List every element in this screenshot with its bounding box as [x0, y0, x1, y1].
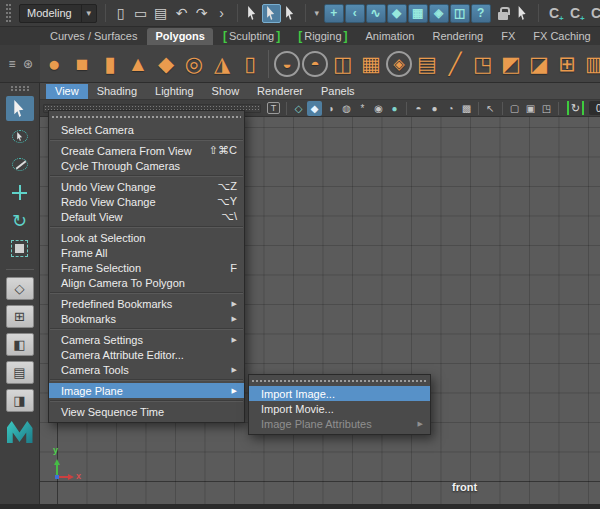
lock-icon[interactable] — [493, 3, 513, 23]
show-manipulators-icon[interactable]: T — [267, 102, 280, 114]
menu-item-bookmarks[interactable]: Bookmarks▶ — [49, 311, 244, 326]
toolkit-frame-icon[interactable]: ▦ — [408, 4, 428, 23]
poly-cube-icon[interactable]: ■ — [68, 47, 96, 81]
select-by-component-icon[interactable] — [281, 4, 300, 23]
shelf-menu-icon[interactable]: ≡ — [4, 57, 20, 71]
camera-rotate-field[interactable]: 0.00 — [589, 101, 600, 115]
ambient-occlusion-icon[interactable]: ● — [387, 101, 402, 116]
poly-plane-icon[interactable]: ◆ — [152, 47, 180, 81]
menu-item-frame-selection[interactable]: Frame SelectionF — [49, 260, 244, 275]
scale-icon[interactable] — [6, 236, 34, 261]
select-by-object-icon[interactable] — [262, 4, 281, 23]
select-icon[interactable] — [6, 96, 34, 121]
statusbar-grip[interactable] — [6, 4, 11, 22]
x-ray-icon[interactable]: ● — [427, 101, 442, 116]
flat-shade-display-icon[interactable]: ◑ — [323, 101, 338, 116]
poly-pyramid-icon[interactable]: ◮ — [208, 47, 236, 81]
lasso-select-icon[interactable] — [6, 124, 34, 149]
shelf-tab-curves-surfaces[interactable]: Curves / Surfaces — [42, 28, 145, 45]
menu-item-frame-all[interactable]: Frame All — [49, 245, 244, 260]
menu-item-default-view[interactable]: Default View⌥\ — [49, 209, 244, 224]
poly-sphere-icon[interactable]: ● — [40, 47, 68, 81]
snap-to-grids-icon[interactable]: C — [544, 3, 565, 23]
toolkit-help-icon[interactable]: ? — [471, 4, 491, 23]
tearoff-handle[interactable] — [252, 380, 427, 382]
save-scene-icon[interactable]: ▤ — [151, 3, 171, 23]
panel-menu-shading[interactable]: Shading — [88, 84, 146, 99]
toolkit-curve-icon[interactable]: ∿ — [366, 4, 386, 23]
shelf-tab-rigging[interactable]: [Rigging] — [290, 28, 355, 45]
workspace-selector[interactable]: Modeling ▼ — [19, 4, 97, 23]
edge-flow-icon[interactable]: ⊞ — [553, 47, 581, 81]
redo-icon[interactable]: ↷ — [192, 3, 212, 23]
shelf-tab-fx-caching[interactable]: FX Caching — [525, 28, 598, 45]
persp-outliner-layout-icon[interactable]: ◧ — [6, 333, 34, 356]
highlight-select-icon[interactable] — [513, 3, 533, 23]
shelf-options-icon[interactable]: ⊛ — [20, 57, 36, 71]
single-pane-layout-icon[interactable]: ◇ — [6, 277, 34, 300]
subdivide-icon[interactable]: ▤ — [413, 47, 441, 81]
toolkit-film-icon[interactable]: ◫ — [450, 4, 470, 23]
menu-item-align-camera-to-polygon[interactable]: Align Camera To Polygon — [49, 275, 244, 290]
expand-more-icon[interactable]: › — [212, 3, 232, 23]
undo-icon[interactable]: ↶ — [172, 3, 192, 23]
select-cursor-icon[interactable]: ↖ — [483, 101, 498, 116]
isolate-select-icon[interactable]: ◓ — [411, 101, 426, 116]
textured-display-icon[interactable]: ◍ — [339, 101, 354, 116]
scene-layers-icon[interactable]: ▢ — [507, 101, 522, 116]
render-layers-icon[interactable]: ◳ — [539, 101, 554, 116]
menu-item-camera-tools[interactable]: Camera Tools▶ — [49, 362, 244, 377]
menu-item-camera-attribute-editor[interactable]: Camera Attribute Editor... — [49, 347, 244, 362]
display-layers-icon[interactable]: ▣ — [523, 101, 538, 116]
backface-culling-icon[interactable]: ◔ — [443, 101, 458, 116]
menu-item-cycle-through-cameras[interactable]: Cycle Through Cameras — [49, 158, 244, 173]
menu-item-import-movie[interactable]: Import Movie... — [249, 401, 430, 416]
combine-icon[interactable]: ◒ — [274, 51, 300, 77]
multi-cut-icon[interactable]: ╱ — [441, 47, 469, 81]
snap-to-curves-icon[interactable]: C — [565, 3, 586, 23]
duplicate-icon[interactable]: ▦ — [357, 47, 385, 81]
quad-draw-icon[interactable]: ◩ — [497, 47, 525, 81]
wireframe-display-icon[interactable]: ◇ — [291, 101, 306, 116]
toolkit-angle-icon[interactable]: ‹ — [345, 4, 365, 23]
menu-item-look-at-selection[interactable]: Look at Selection — [49, 230, 244, 245]
poly-cylinder-icon[interactable]: ▮ — [96, 47, 124, 81]
multi-pane-layout-icon[interactable]: ◨ — [6, 389, 34, 412]
panel-menu-panels[interactable]: Panels — [312, 84, 364, 99]
toolkit-plane-icon[interactable]: ◆ — [387, 4, 407, 23]
select-by-hierarchy-icon[interactable] — [243, 4, 262, 23]
panel-menu-show[interactable]: Show — [203, 84, 249, 99]
shelf-tab-rendering[interactable]: Rendering — [424, 28, 491, 45]
insert-edge-loop-icon[interactable]: ▥ — [581, 47, 600, 81]
smooth-icon[interactable]: ◈ — [386, 51, 412, 77]
menu-item-image-plane[interactable]: Image Plane▶ — [49, 383, 244, 398]
separate-icon[interactable]: ◓ — [302, 51, 328, 77]
menu-item-create-camera-from-view[interactable]: Create Camera From View⇧⌘C — [49, 143, 244, 158]
poly-cone-icon[interactable]: ▲ — [124, 47, 152, 81]
menu-item-select-camera[interactable]: Select Camera — [49, 122, 244, 137]
snap-to-points-icon[interactable]: C — [586, 3, 600, 23]
panel-menu-lighting[interactable]: Lighting — [146, 84, 203, 99]
mirror-icon[interactable]: ◫ — [329, 47, 357, 81]
use-all-lights-icon[interactable]: * — [355, 101, 370, 116]
poly-torus-icon[interactable]: ◎ — [180, 47, 208, 81]
new-scene-icon[interactable]: ▯ — [111, 3, 131, 23]
menu-item-view-sequence-time[interactable]: View Sequence Time — [49, 404, 244, 419]
menu-item-predefined-bookmarks[interactable]: Predefined Bookmarks▶ — [49, 296, 244, 311]
mask-dropdown-icon[interactable]: ▾ — [311, 4, 323, 22]
paint-select-icon[interactable] — [6, 152, 34, 177]
shelf-tab-animation[interactable]: Animation — [358, 28, 423, 45]
menu-item-import-image[interactable]: Import Image... — [249, 386, 430, 401]
rotate-icon[interactable]: ↻ — [6, 208, 34, 233]
toolbox-grip[interactable] — [11, 86, 29, 91]
shelf-tab-sculpting[interactable]: [Sculpting] — [215, 28, 288, 45]
camera-mask-icon[interactable]: ▩ — [459, 101, 474, 116]
smooth-shade-display-icon[interactable]: ◆ — [307, 101, 322, 116]
shelf-tab-polygons[interactable]: Polygons — [147, 28, 213, 45]
move-icon[interactable] — [6, 180, 34, 205]
menu-item-camera-settings[interactable]: Camera Settings▶ — [49, 332, 244, 347]
shadows-icon[interactable]: ◉ — [371, 101, 386, 116]
camera-rotate-left-icon[interactable]: ↻ — [567, 101, 584, 115]
shelf-tab-fx[interactable]: FX — [493, 28, 523, 45]
menu-item-redo-view-change[interactable]: Redo View Change⌥Y — [49, 194, 244, 209]
